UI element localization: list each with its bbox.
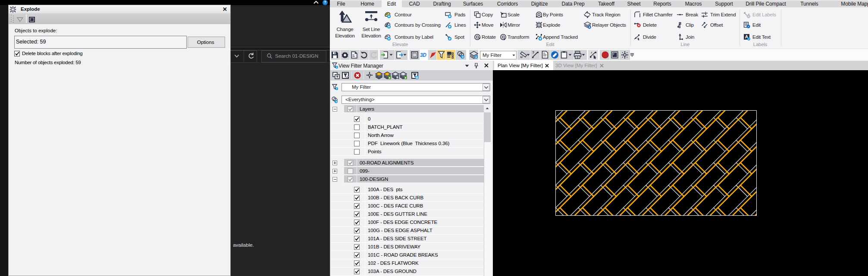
svg-text:?: ? [532, 51, 534, 55]
